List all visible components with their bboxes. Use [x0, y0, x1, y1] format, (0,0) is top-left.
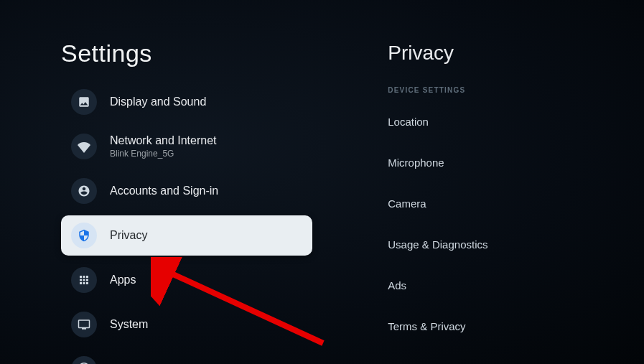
section-header: DEVICE SETTINGS — [388, 86, 644, 94]
menu-item-network[interactable]: Network and Internet Blink Engine_5G — [61, 126, 373, 167]
menu-label: System — [110, 318, 148, 331]
detail-item-microphone[interactable]: Microphone — [388, 152, 644, 173]
menu-label: Apps — [110, 274, 136, 286]
menu-item-accounts[interactable]: Accounts and Sign-in — [61, 171, 373, 211]
menu-label: Privacy — [110, 229, 147, 242]
menu-sublabel: Blink Engine_5G — [110, 149, 217, 159]
detail-item-usage-diagnostics[interactable]: Usage & Diagnostics — [388, 234, 644, 255]
menu-item-remotes[interactable]: Remotes and Accessories — [61, 349, 373, 364]
menu-label: Network and Internet — [110, 134, 217, 147]
settings-menu: Display and Sound Network and Internet B… — [61, 82, 373, 364]
menu-item-system[interactable]: System — [61, 304, 373, 345]
account-icon — [71, 178, 97, 204]
wifi-icon — [71, 134, 97, 159]
menu-label: Accounts and Sign-in — [110, 185, 218, 197]
apps-icon — [71, 267, 97, 293]
remote-icon — [71, 356, 97, 364]
detail-item-camera[interactable]: Camera — [388, 193, 644, 214]
detail-item-location[interactable]: Location — [388, 111, 644, 132]
detail-item-ads[interactable]: Ads — [388, 275, 644, 296]
image-icon — [71, 89, 97, 115]
detail-panel: Privacy DEVICE SETTINGS Location Microph… — [373, 0, 644, 364]
menu-item-display-sound[interactable]: Display and Sound — [61, 82, 373, 122]
page-title: Settings — [61, 39, 373, 67]
menu-label: Display and Sound — [110, 95, 206, 108]
detail-list: Location Microphone Camera Usage & Diagn… — [388, 111, 644, 337]
detail-item-terms-privacy[interactable]: Terms & Privacy — [388, 316, 644, 337]
detail-title: Privacy — [388, 42, 644, 65]
settings-panel: Settings Display and Sound Network and I… — [0, 0, 373, 364]
display-icon — [71, 312, 97, 337]
menu-item-privacy[interactable]: Privacy — [61, 215, 312, 256]
shield-icon — [71, 223, 97, 248]
menu-item-apps[interactable]: Apps — [61, 260, 373, 300]
